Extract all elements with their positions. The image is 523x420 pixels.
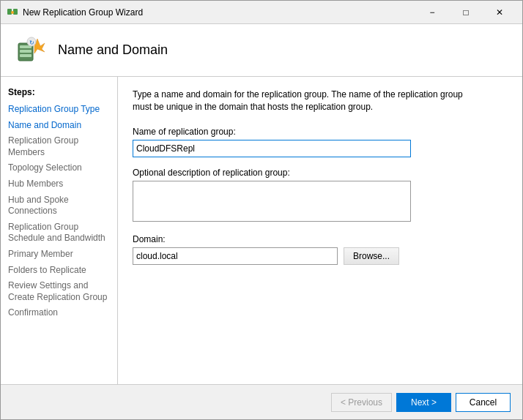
domain-input[interactable] — [133, 247, 338, 265]
sidebar-item-confirmation: Confirmation — [1, 305, 117, 321]
wizard-window: New Replication Group Wizard − □ ✕ ↻ Nam… — [0, 0, 523, 420]
steps-label: Steps: — [1, 84, 117, 102]
domain-group: Domain: Browse... — [133, 234, 508, 265]
name-input[interactable] — [133, 140, 411, 157]
domain-row: Browse... — [133, 247, 508, 265]
footer: < Previous Next > Cancel — [1, 384, 522, 419]
sidebar-item-replication-group-type[interactable]: Replication Group Type — [1, 102, 117, 118]
wizard-icon: ↻ — [12, 33, 48, 68]
svg-point-2 — [11, 11, 14, 14]
svg-rect-0 — [7, 9, 12, 15]
svg-rect-1 — [13, 9, 18, 15]
sidebar-item-folders-to-replicate: Folders to Replicate — [1, 263, 117, 279]
sidebar-item-replication-group-schedule: Replication Group Schedule and Bandwidth — [1, 220, 117, 247]
description-label: Optional description of replication grou… — [133, 168, 508, 178]
name-label: Name of replication group: — [133, 127, 508, 137]
domain-label: Domain: — [133, 234, 508, 244]
sidebar-item-replication-group-members: Replication Group Members — [1, 133, 117, 160]
close-button[interactable]: ✕ — [483, 1, 516, 24]
sidebar-item-primary-member: Primary Member — [1, 247, 117, 263]
sidebar: Steps: Replication Group Type Name and D… — [1, 77, 118, 384]
svg-rect-6 — [20, 54, 31, 57]
sidebar-item-topology-selection: Topology Selection — [1, 160, 117, 176]
svg-rect-5 — [20, 50, 31, 53]
description-text: Type a name and domain for the replicati… — [133, 89, 484, 113]
description-wrapper — [133, 181, 411, 224]
name-group: Name of replication group: — [133, 127, 508, 157]
previous-button[interactable]: < Previous — [331, 393, 392, 412]
maximize-button[interactable]: □ — [449, 1, 483, 24]
titlebar-icon — [7, 7, 18, 18]
titlebar-controls: − □ ✕ — [415, 1, 516, 24]
browse-button[interactable]: Browse... — [344, 247, 399, 265]
sidebar-item-name-and-domain[interactable]: Name and Domain — [1, 118, 117, 134]
header-area: ↻ Name and Domain — [1, 24, 522, 77]
description-textarea[interactable] — [133, 181, 411, 222]
description-group: Optional description of replication grou… — [133, 168, 508, 224]
content-panel: Type a name and domain for the replicati… — [118, 77, 522, 384]
svg-text:↻: ↻ — [29, 40, 34, 46]
next-button[interactable]: Next > — [396, 393, 451, 412]
main-content: Steps: Replication Group Type Name and D… — [1, 77, 522, 384]
page-title: Name and Domain — [58, 42, 168, 58]
titlebar-title: New Replication Group Wizard — [23, 7, 415, 18]
titlebar: New Replication Group Wizard − □ ✕ — [1, 1, 522, 24]
minimize-button[interactable]: − — [415, 1, 449, 24]
sidebar-item-review-settings: Review Settings and Create Replication G… — [1, 278, 117, 305]
cancel-button[interactable]: Cancel — [456, 393, 511, 412]
sidebar-item-hub-members: Hub Members — [1, 176, 117, 192]
sidebar-item-hub-and-spoke-connections: Hub and Spoke Connections — [1, 192, 117, 220]
